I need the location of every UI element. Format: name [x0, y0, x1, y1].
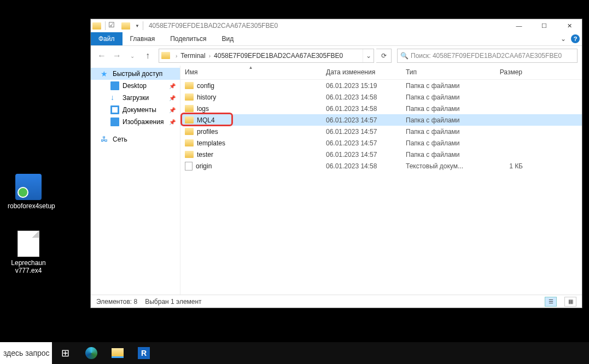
taskbar-search-input[interactable]: здесь запрос [0, 342, 52, 364]
sidebar-item-network[interactable]: 🖧 Сеть [91, 133, 180, 145]
desktop-icon [110, 81, 119, 90]
file-date: 06.01.2023 14:57 [322, 139, 401, 147]
status-count: Элементов: 8 [96, 298, 137, 306]
file-type: Папка с файлами [401, 139, 483, 147]
table-row[interactable]: tester06.01.2023 14:57Папка с файлами [180, 149, 582, 160]
column-header-name[interactable]: Имя ▲ [180, 66, 322, 79]
address-dropdown-icon[interactable]: ⌄ [363, 49, 374, 62]
table-row[interactable]: profiles06.01.2023 14:57Папка с файлами [180, 126, 582, 137]
sidebar-item-label: Сеть [113, 136, 127, 143]
sidebar-item-quick-access[interactable]: ★ Быстрый доступ [91, 68, 180, 80]
taskbar-explorer-button[interactable] [104, 342, 131, 364]
address-bar[interactable]: › Terminal › 4058E7F09EFDE1BAD2CAA67AE30… [159, 49, 374, 63]
table-row[interactable]: logs06.01.2023 14:58Папка с файлами [180, 103, 582, 114]
search-input[interactable]: 🔍 Поиск: 4058E7F09EFDE1BAD2CAA67AE305FBE… [397, 49, 578, 63]
installer-icon [15, 174, 42, 200]
desktop-icon-leprechaun[interactable]: Leprechaun v777.ex4 [8, 231, 49, 274]
file-name: tester [197, 151, 213, 158]
file-type: Текстовый докум... [401, 162, 483, 170]
column-header-type[interactable]: Тип [401, 66, 483, 79]
file-date: 06.01.2023 14:57 [322, 151, 401, 158]
address-folder-icon [161, 50, 172, 61]
file-icon [18, 231, 39, 257]
file-type: Папка с файлами [401, 151, 483, 158]
folder-icon [185, 116, 194, 124]
pin-icon: 📌 [169, 83, 176, 89]
nav-history-button[interactable]: ⌄ [126, 49, 139, 62]
column-header-date[interactable]: Дата изменения [322, 66, 401, 79]
help-button[interactable]: ? [569, 32, 582, 45]
qat-properties-icon[interactable]: ☑ [108, 21, 118, 31]
taskbar-edge-button[interactable] [78, 342, 104, 364]
file-type: Папка с файлами [401, 105, 483, 113]
file-date: 06.01.2023 15:19 [322, 82, 401, 90]
nav-up-button[interactable]: ↑ [141, 49, 154, 62]
table-row[interactable]: config06.01.2023 15:19Папка с файлами [180, 80, 582, 91]
file-date: 06.01.2023 14:58 [322, 162, 401, 170]
file-name: profiles [197, 128, 218, 136]
file-type: Папка с файлами [401, 93, 483, 101]
view-details-button[interactable]: ☰ [545, 297, 557, 307]
table-row[interactable]: templates06.01.2023 14:57Папка с файлами [180, 137, 582, 149]
sidebar-item-documents[interactable]: Документы 📌 [91, 104, 180, 116]
edge-icon [85, 347, 97, 359]
qat-customize-icon[interactable]: ▼ [135, 24, 139, 28]
file-date: 06.01.2023 14:58 [322, 93, 401, 101]
file-rows: config06.01.2023 15:19Папка с файламиhis… [180, 80, 582, 295]
column-header-size[interactable]: Размер [483, 66, 527, 79]
folder-icon [185, 128, 194, 135]
refresh-button[interactable]: ⟳ [376, 49, 392, 63]
status-selection: Выбран 1 элемент [145, 298, 201, 306]
chevron-right-icon[interactable]: › [174, 53, 178, 59]
navigation-pane: ★ Быстрый доступ Desktop 📌 ↓ Загрузки 📌 … [91, 66, 180, 295]
nav-back-button[interactable]: ← [95, 49, 108, 62]
taskbar-app-button[interactable]: R [131, 342, 157, 364]
maximize-button[interactable]: ☐ [532, 19, 557, 32]
downloads-icon: ↓ [110, 93, 119, 102]
taskbar-taskview-button[interactable]: ⊞ [52, 342, 78, 364]
sort-asc-icon: ▲ [249, 66, 253, 70]
file-size: 1 КБ [483, 162, 527, 170]
minimize-button[interactable]: — [506, 19, 532, 32]
chevron-right-icon[interactable]: › [208, 53, 212, 59]
table-row[interactable]: origin06.01.2023 14:58Текстовый докум...… [180, 160, 582, 172]
table-row[interactable]: history06.01.2023 14:58Папка с файлами [180, 91, 582, 103]
documents-icon [110, 105, 119, 114]
column-headers: Имя ▲ Дата изменения Тип Размер [180, 66, 582, 80]
taskview-icon: ⊞ [61, 347, 69, 359]
breadcrumb[interactable]: Terminal [178, 52, 207, 60]
table-row[interactable]: MQL406.01.2023 14:57Папка с файлами [180, 114, 582, 126]
app-icon: R [138, 347, 150, 359]
file-date: 06.01.2023 14:58 [322, 105, 401, 113]
breadcrumb[interactable]: 4058E7F09EFDE1BAD2CAA67AE305FBE0 [212, 52, 345, 60]
tab-home[interactable]: Главная [123, 32, 163, 45]
close-button[interactable]: ✕ [557, 19, 582, 32]
sidebar-item-label: Быстрый доступ [113, 70, 162, 78]
tab-share[interactable]: Поделиться [162, 32, 214, 45]
sidebar-item-desktop[interactable]: Desktop 📌 [91, 80, 180, 92]
ribbon-collapse-icon[interactable]: ⌄ [558, 32, 569, 45]
folder-icon [185, 93, 194, 101]
explorer-window: ☑ ▼ 4058E7F09EFDE1BAD2CAA67AE305FBE0 — ☐… [90, 19, 582, 308]
desktop-icon-label: roboforex4setup [8, 202, 49, 210]
tab-file[interactable]: Файл [91, 32, 123, 45]
nav-forward-button[interactable]: → [110, 49, 124, 62]
desktop-icon-roboforex[interactable]: roboforex4setup [8, 174, 49, 210]
qat-newfolder-icon[interactable] [121, 21, 131, 31]
folder-icon [185, 82, 194, 89]
sidebar-item-downloads[interactable]: ↓ Загрузки 📌 [91, 92, 180, 104]
sidebar-item-images[interactable]: Изображения 📌 [91, 116, 180, 128]
tab-view[interactable]: Вид [214, 32, 241, 45]
help-icon: ? [571, 34, 580, 43]
file-type: Папка с файлами [401, 116, 483, 124]
file-type: Папка с файлами [401, 128, 483, 136]
pin-icon: 📌 [169, 95, 176, 101]
folder-icon [185, 139, 194, 146]
file-date: 06.01.2023 14:57 [322, 128, 401, 136]
status-bar: Элементов: 8 Выбран 1 элемент ☰ ▦ [91, 295, 582, 308]
folder-icon [185, 105, 194, 112]
explorer-icon [112, 348, 124, 358]
view-large-button[interactable]: ▦ [564, 297, 576, 307]
window-icon [92, 21, 102, 31]
titlebar[interactable]: ☑ ▼ 4058E7F09EFDE1BAD2CAA67AE305FBE0 — ☐… [91, 19, 582, 32]
